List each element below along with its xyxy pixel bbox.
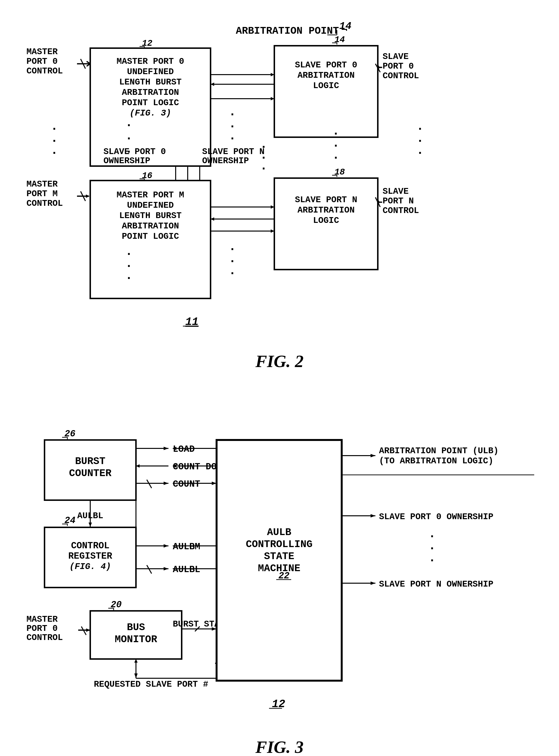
svg-line-94 bbox=[147, 480, 152, 488]
fig2-section: ARBITRATION POINT 14 MASTER PORT 0 CONTR… bbox=[19, 15, 540, 371]
svg-text:LENGTH BURST: LENGTH BURST bbox=[119, 77, 181, 87]
svg-text:LOGIC: LOGIC bbox=[313, 81, 339, 91]
svg-text:OWNERSHIP: OWNERSHIP bbox=[104, 156, 150, 166]
fig3-arb-point-label: ARBITRATION POINT (ULB) bbox=[379, 446, 499, 456]
fig3-count-label: COUNT bbox=[173, 479, 200, 489]
svg-text:PORT 0: PORT 0 bbox=[26, 624, 58, 633]
svg-marker-127 bbox=[371, 454, 375, 457]
svg-text:SLAVE PORT 0: SLAVE PORT 0 bbox=[295, 60, 357, 70]
svg-text:ARBITRATION: ARBITRATION bbox=[122, 221, 179, 231]
svg-text:CONTROLLING: CONTROLLING bbox=[246, 539, 312, 550]
fig3-title: FIG. 3 bbox=[19, 737, 540, 756]
svg-text:·: · bbox=[229, 132, 236, 146]
svg-text:·: · bbox=[260, 162, 267, 176]
svg-text:·: · bbox=[125, 271, 133, 286]
page: ARBITRATION POINT 14 MASTER PORT 0 CONTR… bbox=[0, 0, 559, 756]
svg-text:SLAVE PORT N: SLAVE PORT N bbox=[295, 195, 357, 205]
fig3-requested-slave-label: REQUESTED SLAVE PORT # bbox=[94, 680, 208, 689]
svg-text:·: · bbox=[332, 151, 339, 165]
svg-marker-116 bbox=[134, 673, 138, 678]
svg-text:PORT 0: PORT 0 bbox=[383, 61, 414, 71]
fig2-master-port0-label: MASTER bbox=[26, 47, 58, 57]
svg-text:·: · bbox=[428, 554, 436, 568]
svg-text:UNDEFINED: UNDEFINED bbox=[127, 200, 174, 210]
fig2-slaven-control-label: SLAVE bbox=[383, 186, 409, 196]
svg-marker-103 bbox=[164, 567, 169, 571]
svg-marker-137 bbox=[371, 581, 375, 585]
svg-text:CONTROL: CONTROL bbox=[71, 540, 110, 551]
svg-text:·: · bbox=[125, 132, 133, 146]
fig3-diagram: 26 BURST COUNTER LOAD COUNT DOWN COUNT 2… bbox=[19, 396, 539, 732]
svg-text:UNDEFINED: UNDEFINED bbox=[127, 67, 174, 77]
svg-text:OWNERSHIP: OWNERSHIP bbox=[202, 156, 249, 166]
svg-text:COUNTER: COUNTER bbox=[69, 468, 112, 479]
fig2-ref14: 14 bbox=[339, 20, 351, 32]
svg-text:PORT N: PORT N bbox=[383, 196, 414, 206]
fig2-arbitration-point-label: ARBITRATION POINT bbox=[236, 25, 339, 37]
svg-text:POINT LOGIC: POINT LOGIC bbox=[122, 98, 179, 108]
svg-text:(FIG. 4): (FIG. 4) bbox=[70, 562, 111, 572]
svg-text:BUS: BUS bbox=[127, 622, 145, 633]
svg-text:(FIG. 3): (FIG. 3) bbox=[130, 108, 171, 118]
fig3-slave0-ownership-label: SLAVE PORT 0 OWNERSHIP bbox=[379, 512, 493, 522]
svg-text:MASTER PORT 0: MASTER PORT 0 bbox=[117, 57, 184, 66]
fig2-ref12: 12 bbox=[142, 39, 152, 48]
svg-text:MONITOR: MONITOR bbox=[115, 634, 157, 645]
svg-text:REGISTER: REGISTER bbox=[68, 551, 112, 561]
fig2-slave0-ownership: SLAVE PORT 0 bbox=[104, 147, 166, 157]
svg-text:STATE: STATE bbox=[264, 551, 294, 562]
svg-marker-89 bbox=[164, 447, 169, 450]
svg-marker-96 bbox=[89, 522, 92, 527]
svg-marker-48 bbox=[86, 195, 90, 198]
svg-text:ARBITRATION: ARBITRATION bbox=[122, 88, 179, 97]
svg-text:·: · bbox=[416, 146, 424, 160]
fig2-diagram: ARBITRATION POINT 14 MASTER PORT 0 CONTR… bbox=[19, 15, 539, 347]
fig3-slaven-ownership-label: SLAVE PORT N OWNERSHIP bbox=[379, 579, 493, 589]
svg-text:AULB: AULB bbox=[267, 527, 291, 538]
svg-text:CONTROL: CONTROL bbox=[26, 66, 63, 76]
svg-text:POINT LOGIC: POINT LOGIC bbox=[122, 231, 179, 241]
svg-text:PORT 0: PORT 0 bbox=[26, 57, 58, 66]
svg-text:CONTROL: CONTROL bbox=[383, 71, 419, 81]
svg-text:LENGTH BURST: LENGTH BURST bbox=[119, 211, 181, 221]
svg-text:14: 14 bbox=[334, 35, 345, 45]
svg-text:CONTROL: CONTROL bbox=[26, 199, 63, 208]
fig2-ref16: 16 bbox=[142, 171, 152, 181]
svg-text:MASTER PORT M: MASTER PORT M bbox=[117, 190, 184, 200]
svg-marker-132 bbox=[371, 514, 375, 517]
fig2-slaven-ownership: SLAVE PORT N bbox=[202, 147, 265, 157]
svg-text:CONTROL: CONTROL bbox=[383, 206, 419, 216]
svg-text:ARBITRATION: ARBITRATION bbox=[297, 70, 355, 81]
svg-text:(TO ARBITRATION LOGIC): (TO ARBITRATION LOGIC) bbox=[379, 456, 493, 466]
svg-line-104 bbox=[147, 565, 152, 574]
svg-text:·: · bbox=[229, 266, 236, 281]
svg-text:BURST: BURST bbox=[75, 455, 105, 467]
fig3-master-port0-label: MASTER bbox=[26, 615, 58, 624]
svg-text:·: · bbox=[50, 146, 58, 160]
svg-text:·: · bbox=[125, 118, 133, 133]
fig3-aulbl-label: AULBL bbox=[173, 564, 200, 575]
fig3-section: 26 BURST COUNTER LOAD COUNT DOWN COUNT 2… bbox=[19, 396, 540, 756]
fig3-aulbm-label: AULBM bbox=[173, 541, 200, 552]
svg-text:PORT M: PORT M bbox=[26, 189, 58, 199]
fig2-box-slave0 bbox=[274, 46, 378, 137]
svg-text:ARBITRATION: ARBITRATION bbox=[297, 205, 355, 215]
svg-text:LOGIC: LOGIC bbox=[313, 216, 339, 225]
svg-marker-93 bbox=[164, 482, 169, 485]
fig2-mastm-label: MASTER bbox=[26, 179, 58, 189]
fig2-ref18: 18 bbox=[334, 167, 345, 177]
svg-marker-101 bbox=[164, 544, 169, 548]
svg-text:CONTROL: CONTROL bbox=[26, 633, 63, 643]
fig2-slave0-control-label: SLAVE bbox=[383, 52, 409, 62]
fig2-title: FIG. 2 bbox=[19, 351, 540, 371]
